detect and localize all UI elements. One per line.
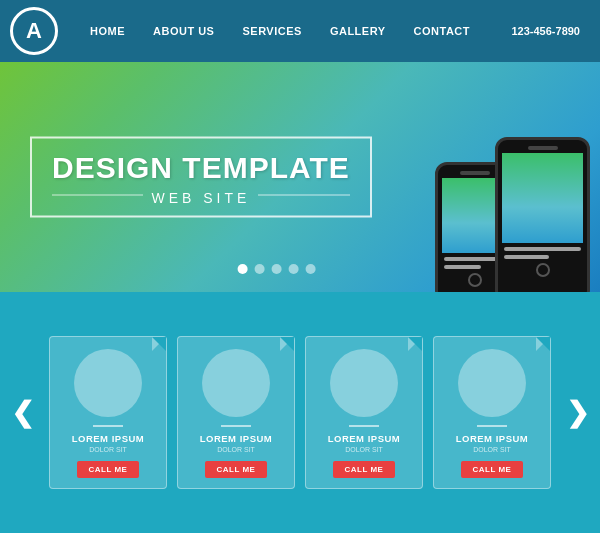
nav-services[interactable]: SERVICES (228, 25, 315, 37)
phone-screen-large (502, 153, 583, 243)
card-4: LOREM IPSUM DOLOR SIT CALL ME (433, 336, 551, 489)
arrow-right[interactable]: ❯ (560, 396, 595, 429)
logo-letter: A (26, 18, 42, 44)
card-fold-4 (536, 337, 550, 351)
nav-links: HOME ABOUT US SERVICES GALLERY CONTACT (76, 25, 511, 37)
hero-content: DESIGN TEMPLATE WEB SITE (30, 137, 372, 218)
dot-5[interactable] (306, 264, 316, 274)
navbar: A HOME ABOUT US SERVICES GALLERY CONTACT… (0, 0, 600, 62)
hero-title: DESIGN TEMPLATE (52, 151, 350, 184)
dot-2[interactable] (255, 264, 265, 274)
card-dash-2 (221, 425, 251, 427)
nav-contact[interactable]: CONTACT (400, 25, 484, 37)
hero-subtitle: WEB SITE (151, 190, 250, 206)
card-sub-3: DOLOR SIT (345, 446, 383, 453)
hero-title-box: DESIGN TEMPLATE WEB SITE (30, 137, 372, 218)
nav-gallery[interactable]: GALLERY (316, 25, 400, 37)
cards-section: ❮ LOREM IPSUM DOLOR SIT CALL ME LOREM IP… (0, 292, 600, 533)
nav-home[interactable]: HOME (76, 25, 139, 37)
phone-large (495, 137, 590, 292)
card-name-3: LOREM IPSUM (328, 433, 401, 444)
hero-section: DESIGN TEMPLATE WEB SITE (0, 62, 600, 292)
card-1: LOREM IPSUM DOLOR SIT CALL ME (49, 336, 167, 489)
hero-line-left (52, 194, 143, 195)
card-name-1: LOREM IPSUM (72, 433, 145, 444)
card-sub-2: DOLOR SIT (217, 446, 255, 453)
phone-mockup-group (435, 137, 590, 292)
cards-wrapper: LOREM IPSUM DOLOR SIT CALL ME LOREM IPSU… (40, 326, 560, 499)
card-fold-3 (408, 337, 422, 351)
nav-phone: 123-456-7890 (511, 25, 590, 37)
card-2: LOREM IPSUM DOLOR SIT CALL ME (177, 336, 295, 489)
phone-line-4 (504, 255, 549, 259)
dot-4[interactable] (289, 264, 299, 274)
call-btn-3[interactable]: CALL ME (333, 461, 396, 478)
arrow-left[interactable]: ❮ (5, 396, 40, 429)
card-name-4: LOREM IPSUM (456, 433, 529, 444)
logo[interactable]: A (10, 7, 58, 55)
call-btn-2[interactable]: CALL ME (205, 461, 268, 478)
call-btn-1[interactable]: CALL ME (77, 461, 140, 478)
phone-speaker-large (528, 146, 558, 150)
phone-speaker (460, 171, 490, 175)
phone-home-large (536, 263, 550, 277)
phone-line-2 (444, 265, 481, 269)
card-avatar-2 (202, 349, 270, 417)
card-avatar-3 (330, 349, 398, 417)
card-3: LOREM IPSUM DOLOR SIT CALL ME (305, 336, 423, 489)
hero-dots (238, 264, 316, 274)
card-dash-3 (349, 425, 379, 427)
card-avatar-4 (458, 349, 526, 417)
hero-line-right (258, 194, 349, 195)
card-dash-1 (93, 425, 123, 427)
phone-line-3 (504, 247, 581, 251)
card-name-2: LOREM IPSUM (200, 433, 273, 444)
card-fold-1 (152, 337, 166, 351)
phone-home-btn (468, 273, 482, 287)
card-fold-2 (280, 337, 294, 351)
card-avatar-1 (74, 349, 142, 417)
call-btn-4[interactable]: CALL ME (461, 461, 524, 478)
dot-3[interactable] (272, 264, 282, 274)
nav-about[interactable]: ABOUT US (139, 25, 228, 37)
card-sub-1: DOLOR SIT (89, 446, 127, 453)
hero-subtitle-row: WEB SITE (52, 184, 350, 206)
dot-1[interactable] (238, 264, 248, 274)
card-sub-4: DOLOR SIT (473, 446, 511, 453)
card-dash-4 (477, 425, 507, 427)
